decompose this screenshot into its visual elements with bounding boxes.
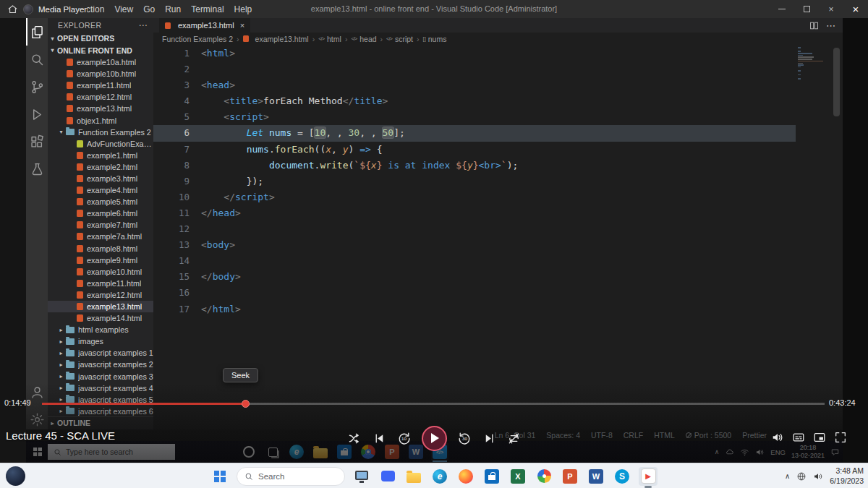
taskbar-excel[interactable]: X xyxy=(509,467,527,486)
code-line-4[interactable]: 4 <title>forEach Method</title> xyxy=(153,93,796,109)
taskbar-skype[interactable]: S xyxy=(613,467,631,486)
breadcrumb-head[interactable]: </>head xyxy=(351,35,376,43)
subtitles-button[interactable] xyxy=(792,431,805,444)
code-line-14[interactable]: 14 xyxy=(153,253,796,269)
start-button[interactable] xyxy=(210,467,229,486)
taskbar-search[interactable]: Search xyxy=(237,467,345,486)
more-actions-icon[interactable]: ⋯ xyxy=(139,20,148,30)
folder-item-html-examples[interactable]: ▸html examples xyxy=(48,324,153,335)
wifi-icon[interactable] xyxy=(740,448,749,457)
open-editors-section[interactable]: ▾ OPEN EDITORS xyxy=(48,33,153,45)
code-line-8[interactable]: 8 document.write(`${x} is at index ${y}<… xyxy=(153,158,796,174)
folder-item-function-examples-2[interactable]: ▾Function Examples 2 xyxy=(48,127,153,138)
code-line-1[interactable]: 1<html> xyxy=(153,46,796,61)
rewind-10-button[interactable]: 10 xyxy=(397,432,411,445)
status-crlf[interactable]: CRLF xyxy=(624,431,643,440)
code-line-10[interactable]: 10 </script> xyxy=(153,189,796,205)
file-item-example10a-html[interactable]: example10a.html xyxy=(48,56,153,68)
file-item-example7a-html[interactable]: example7a.html xyxy=(48,231,153,242)
folder-item-javascript-examples-3[interactable]: ▸javascript examples 3 xyxy=(48,371,153,382)
root-folder-section[interactable]: ▾ ONLINE FRONT END xyxy=(48,45,153,57)
video-taskbar-chrome[interactable] xyxy=(359,443,377,461)
taskbar-edge[interactable]: e xyxy=(430,467,449,486)
seek-handle[interactable] xyxy=(242,400,250,408)
folder-item-javascript-examples-1[interactable]: ▸javascript examples 1 xyxy=(48,347,153,359)
file-item-example11-html[interactable]: example11.html xyxy=(48,80,153,91)
network-icon[interactable] xyxy=(796,471,807,481)
video-taskbar-cortana[interactable] xyxy=(240,443,258,461)
clock[interactable]: 3:48 AM 6/19/2023 xyxy=(830,466,864,486)
taskbar-store[interactable] xyxy=(482,467,501,486)
home-icon[interactable] xyxy=(7,4,18,14)
code-line-9[interactable]: 9 }); xyxy=(153,174,796,189)
outline-section[interactable]: ▸ OUTLINE xyxy=(48,416,153,429)
menu-run[interactable]: Run xyxy=(160,4,186,14)
minimize-button[interactable] xyxy=(770,0,794,18)
run-debug-icon[interactable] xyxy=(26,100,48,128)
status-html[interactable]: HTML xyxy=(654,431,675,440)
breadcrumb-html[interactable]: </>html xyxy=(318,35,341,43)
fullscreen-button[interactable] xyxy=(834,431,847,444)
breadcrumb-nums[interactable]: [ ]nums xyxy=(423,35,447,43)
file-item-example2-html[interactable]: example2.html xyxy=(48,161,153,173)
file-item-example1-html[interactable]: example1.html xyxy=(48,150,153,161)
file-item-example8-html[interactable]: example8.html xyxy=(48,243,153,254)
video-taskbar-task-view[interactable] xyxy=(264,443,281,461)
video-taskbar-file-explorer[interactable] xyxy=(312,443,329,461)
code-line-17[interactable]: 17</html> xyxy=(153,301,796,317)
chevron-up-icon[interactable]: ∧ xyxy=(785,472,790,480)
video-taskbar-store[interactable] xyxy=(336,443,353,461)
close-button[interactable]: × xyxy=(819,0,843,18)
folder-item-javascript-examples-2[interactable]: ▸javascript examples 2 xyxy=(48,359,153,370)
taskbar-chat[interactable] xyxy=(378,467,397,486)
testing-icon[interactable] xyxy=(26,155,48,183)
file-item-example10-html[interactable]: example10.html xyxy=(48,266,153,278)
folder-item-javascript-examples-4[interactable]: ▸javascript examples 4 xyxy=(48,382,153,394)
code-line-6[interactable]: 6 Let nums = [10, , 30, , 50]; xyxy=(153,125,796,141)
video-taskbar-word[interactable]: W xyxy=(407,443,425,461)
miniplayer-button[interactable] xyxy=(813,431,826,444)
code-line-16[interactable]: 16 xyxy=(153,285,796,301)
code-line-5[interactable]: 5 <script> xyxy=(153,109,796,125)
scrollbar[interactable] xyxy=(833,48,840,116)
onedrive-icon[interactable] xyxy=(725,448,734,457)
file-item-example13-html[interactable]: example13.html xyxy=(48,301,153,312)
repeat-off-button[interactable] xyxy=(507,432,521,445)
language-indicator[interactable]: ENG xyxy=(770,448,786,456)
code-line-2[interactable]: 2 xyxy=(153,61,796,77)
volume-icon[interactable] xyxy=(813,471,823,481)
video-taskbar-edge[interactable]: e xyxy=(288,443,305,461)
menu-go[interactable]: Go xyxy=(138,4,160,14)
taskbar-media-player[interactable]: ▶ xyxy=(639,467,658,486)
status-spaces[interactable]: Spaces: 4 xyxy=(546,431,580,440)
taskbar-file-explorer[interactable] xyxy=(404,467,423,486)
file-item-example12-html[interactable]: example12.html xyxy=(48,91,153,103)
code-line-12[interactable]: 12 xyxy=(153,221,796,237)
minimap[interactable] xyxy=(798,47,831,80)
video-taskbar-powerpoint[interactable]: P xyxy=(383,443,401,461)
tab-close-icon[interactable]: × xyxy=(240,21,244,30)
explorer-icon[interactable] xyxy=(26,18,48,46)
shuffle-button[interactable] xyxy=(348,432,362,445)
file-item-example11-html[interactable]: example11.html xyxy=(48,278,153,289)
volume-button[interactable] xyxy=(771,431,784,444)
code-line-13[interactable]: 13<body> xyxy=(153,237,796,253)
code-line-7[interactable]: 7 nums.forEach((x, y) => { xyxy=(153,142,796,158)
split-editor-icon[interactable] xyxy=(809,21,819,30)
taskbar-photos[interactable] xyxy=(535,467,553,486)
code-line-3[interactable]: 3<head> xyxy=(153,77,796,93)
file-item-advfunctionexample-[interactable]: AdvFunctionExample... xyxy=(48,138,153,150)
file-item-objex1-html[interactable]: objex1.html xyxy=(48,114,153,126)
breadcrumb-script[interactable]: </>script xyxy=(386,35,413,43)
taskbar-word[interactable]: W xyxy=(587,467,605,486)
file-item-example13-html[interactable]: example13.html xyxy=(48,103,153,114)
start-button-win10[interactable] xyxy=(33,448,42,456)
file-item-example14-html[interactable]: example14.html xyxy=(48,312,153,324)
restore-button[interactable] xyxy=(794,0,819,18)
widgets-icon[interactable] xyxy=(6,466,25,486)
file-item-example5-html[interactable]: example5.html xyxy=(48,196,153,207)
forward-30-button[interactable]: 30 xyxy=(458,432,472,445)
file-item-example3-html[interactable]: example3.html xyxy=(48,173,153,184)
breadcrumb-function-examples-2[interactable]: Function Examples 2 xyxy=(162,35,233,43)
code-line-11[interactable]: 11</head> xyxy=(153,205,796,221)
